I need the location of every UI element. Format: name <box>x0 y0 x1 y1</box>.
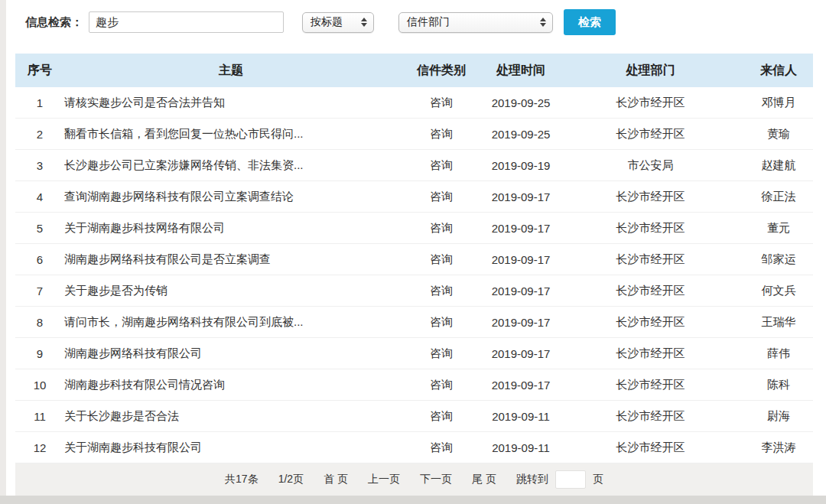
pagination-bar: 共17条 1/2页 首 页 上一页 下一页 尾 页 跳转到 页 <box>15 463 813 496</box>
row-date: 2019-09-11 <box>485 441 557 454</box>
search-bar: 信息检索： 按标题 信件部门 检索 <box>25 6 616 38</box>
header-dept: 处理部门 <box>557 63 744 79</box>
row-dept: 长沙市经开区 <box>557 252 744 267</box>
row-dept: 长沙市经开区 <box>557 378 744 392</box>
table-row: 2 翻看市长信箱，看到您回复一位热心市民得问... 咨询 2019-09-25 … <box>15 119 813 150</box>
row-date: 2019-09-25 <box>485 96 557 109</box>
row-number: 8 <box>15 316 64 329</box>
row-dept: 长沙市经开区 <box>557 346 744 361</box>
prev-page-link[interactable]: 上一页 <box>368 473 400 486</box>
row-sender: 黄瑜 <box>744 127 813 141</box>
letters-table: 序号 主题 信件类别 处理时间 处理部门 来信人 1 请核实趣步公司是否合法并告… <box>15 54 813 496</box>
row-number: 5 <box>15 222 64 235</box>
row-subject-link[interactable]: 湖南趣步网络科技有限公司 <box>64 346 398 361</box>
header-date: 处理时间 <box>485 63 557 79</box>
row-category: 咨询 <box>398 252 485 267</box>
table-row: 8 请问市长，湖南趣步网络科技有限公司到底被... 咨询 2019-09-17 … <box>15 307 813 338</box>
row-date: 2019-09-19 <box>485 159 557 172</box>
search-field-select[interactable]: 按标题 <box>302 12 374 33</box>
row-sender: 何文兵 <box>744 284 813 298</box>
row-dept: 长沙市经开区 <box>557 127 744 141</box>
row-number: 10 <box>15 379 64 392</box>
row-date: 2019-09-17 <box>485 379 557 392</box>
row-subject-link[interactable]: 查询湖南趣步网络科技有限公司立案调查结论 <box>64 190 398 204</box>
row-dept: 长沙市经开区 <box>557 409 744 424</box>
header-sender: 来信人 <box>744 63 813 79</box>
row-dept: 长沙市经开区 <box>557 315 744 330</box>
table-row: 11 关于长沙趣步是否合法 咨询 2019-09-11 长沙市经开区 尉海 <box>15 401 813 432</box>
select-stepper-icon <box>361 18 367 27</box>
department-select-value: 信件部门 <box>407 15 450 29</box>
row-sender: 徐正法 <box>744 190 813 204</box>
search-button[interactable]: 检索 <box>564 9 616 35</box>
jump-group: 跳转到 页 <box>516 470 603 489</box>
row-subject-link[interactable]: 湖南趣步科技有限公司情况咨询 <box>64 378 398 392</box>
row-number: 12 <box>15 441 64 454</box>
row-category: 咨询 <box>398 127 485 141</box>
row-sender: 尉海 <box>744 409 813 424</box>
row-date: 2019-09-17 <box>485 316 557 329</box>
first-page-link[interactable]: 首 页 <box>324 473 348 486</box>
row-number: 11 <box>15 410 64 423</box>
search-input[interactable] <box>89 11 284 33</box>
page-left-margin <box>0 0 6 504</box>
row-sender: 邓博月 <box>744 96 813 110</box>
row-subject-link[interactable]: 关于趣步是否为传销 <box>64 284 398 298</box>
header-subject: 主题 <box>64 63 398 79</box>
row-sender: 邹家运 <box>744 252 813 267</box>
row-number: 7 <box>15 285 64 298</box>
row-sender: 薛伟 <box>744 346 813 361</box>
row-subject-link[interactable]: 关于湖南趣步科技有限公司 <box>64 441 398 455</box>
table-row: 4 查询湖南趣步网络科技有限公司立案调查结论 咨询 2019-09-17 长沙市… <box>15 181 813 213</box>
next-page-link[interactable]: 下一页 <box>420 473 452 486</box>
row-date: 2019-09-17 <box>485 253 557 266</box>
row-dept: 长沙市经开区 <box>557 96 744 110</box>
table-body: 1 请核实趣步公司是否合法并告知 咨询 2019-09-25 长沙市经开区 邓博… <box>15 87 813 463</box>
jump-page-input[interactable] <box>555 470 586 489</box>
table-row: 9 湖南趣步网络科技有限公司 咨询 2019-09-17 长沙市经开区 薛伟 <box>15 338 813 369</box>
table-row: 6 湖南趣步网络科技有限公司是否立案调查 咨询 2019-09-17 长沙市经开… <box>15 244 813 275</box>
row-number: 6 <box>15 253 64 266</box>
row-date: 2019-09-25 <box>485 128 557 141</box>
row-date: 2019-09-17 <box>485 190 557 203</box>
row-category: 咨询 <box>398 346 485 361</box>
row-sender: 赵建航 <box>744 158 813 173</box>
row-dept: 长沙市经开区 <box>557 284 744 298</box>
row-date: 2019-09-17 <box>485 347 557 360</box>
row-category: 咨询 <box>398 284 485 298</box>
row-subject-link[interactable]: 请核实趣步公司是否合法并告知 <box>64 96 398 110</box>
row-category: 咨询 <box>398 441 485 455</box>
department-select[interactable]: 信件部门 <box>398 12 553 33</box>
row-subject-link[interactable]: 关于长沙趣步是否合法 <box>64 409 398 424</box>
page-bottom-margin <box>0 496 826 504</box>
row-sender: 王瑞华 <box>744 315 813 330</box>
table-row: 7 关于趣步是否为传销 咨询 2019-09-17 长沙市经开区 何文兵 <box>15 275 813 307</box>
row-sender: 陈科 <box>744 378 813 392</box>
table-row: 1 请核实趣步公司是否合法并告知 咨询 2019-09-25 长沙市经开区 邓博… <box>15 87 813 119</box>
table-row: 5 关于湖南趣步科技网络有限公司 咨询 2019-09-17 长沙市经开区 董元 <box>15 213 813 244</box>
row-subject-link[interactable]: 请问市长，湖南趣步网络科技有限公司到底被... <box>64 315 398 330</box>
row-date: 2019-09-17 <box>485 222 557 235</box>
row-dept: 长沙市经开区 <box>557 190 744 204</box>
row-number: 3 <box>15 159 64 172</box>
row-sender: 李洪涛 <box>744 441 813 455</box>
search-field-select-value: 按标题 <box>311 15 343 29</box>
row-category: 咨询 <box>398 158 485 173</box>
row-sender: 董元 <box>744 221 813 236</box>
row-subject-link[interactable]: 翻看市长信箱，看到您回复一位热心市民得问... <box>64 127 398 141</box>
table-header-row: 序号 主题 信件类别 处理时间 处理部门 来信人 <box>15 54 813 87</box>
row-subject-link[interactable]: 湖南趣步网络科技有限公司是否立案调查 <box>64 252 398 267</box>
select-stepper-icon <box>540 18 546 27</box>
page-suffix: 页 <box>593 473 603 486</box>
row-number: 9 <box>15 347 64 360</box>
row-category: 咨询 <box>398 221 485 236</box>
header-no: 序号 <box>15 63 64 79</box>
jump-label: 跳转到 <box>516 473 548 486</box>
total-count: 共17条 <box>225 473 259 486</box>
table-row: 10 湖南趣步科技有限公司情况咨询 咨询 2019-09-17 长沙市经开区 陈… <box>15 369 813 401</box>
row-subject-link[interactable]: 关于湖南趣步科技网络有限公司 <box>64 221 398 236</box>
row-subject-link[interactable]: 长沙趣步公司已立案涉嫌网络传销、非法集资... <box>64 158 398 173</box>
row-date: 2019-09-17 <box>485 285 557 298</box>
row-dept: 长沙市经开区 <box>557 221 744 236</box>
last-page-link[interactable]: 尾 页 <box>472 473 496 486</box>
